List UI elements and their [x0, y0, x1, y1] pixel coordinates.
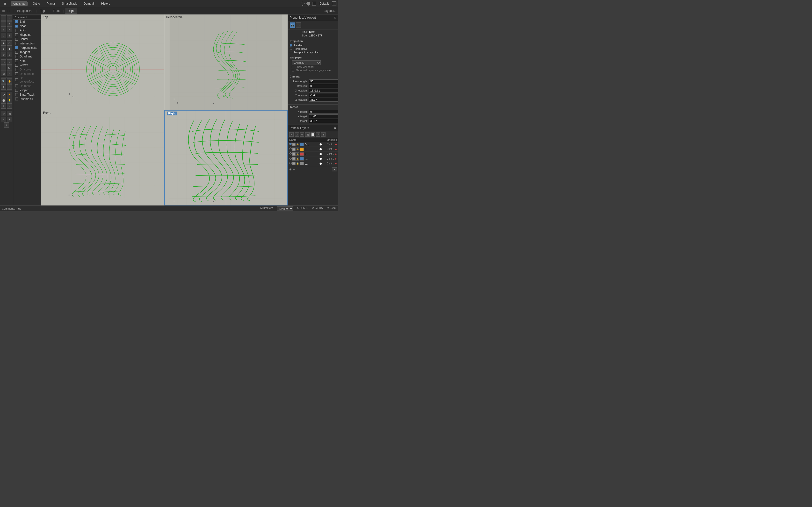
text-tool[interactable]: T: [1, 103, 6, 109]
layer-lock[interactable]: 🔓: [296, 143, 299, 146]
offset-tool[interactable]: ⊘: [7, 52, 12, 57]
snap-item-point[interactable]: Point: [13, 28, 41, 33]
layouts-button[interactable]: Layouts...: [324, 9, 337, 12]
remove-layer-button[interactable]: −: [292, 168, 295, 171]
trim-tool[interactable]: ✂: [1, 59, 6, 65]
window-icon[interactable]: [332, 1, 337, 6]
solid-tool[interactable]: ■: [1, 46, 6, 51]
layer-lock[interactable]: 🔓: [296, 162, 299, 165]
show-wallpaper-item[interactable]: Show wallpaper: [290, 65, 337, 68]
layer-visibility[interactable]: ◉: [292, 143, 296, 146]
mirror-tool[interactable]: ⇔: [7, 71, 12, 76]
snap-item-center[interactable]: Center: [13, 37, 41, 41]
layers-gear-icon[interactable]: ⚙: [334, 126, 337, 130]
yloc-input[interactable]: [309, 93, 338, 97]
light-tool[interactable]: 💡: [7, 98, 12, 103]
fillet-tool[interactable]: ⌒: [1, 65, 6, 70]
viewport-right[interactable]: Right: [164, 110, 288, 206]
radio-parallel[interactable]: Parallel: [290, 44, 337, 47]
rotate-tool[interactable]: ↻: [1, 84, 6, 90]
app-icon[interactable]: ⊞: [2, 1, 7, 6]
layer-visibility[interactable]: ◉: [292, 157, 296, 161]
radio-perspective[interactable]: Perspective: [290, 47, 337, 50]
zloc-input[interactable]: [309, 98, 338, 102]
add-layer-button[interactable]: +: [289, 168, 292, 171]
scale-tool[interactable]: ⤡: [7, 84, 12, 90]
cplane-tool[interactable]: ⊿: [1, 117, 6, 122]
layer-row[interactable]: ◉ 🔓 L... Conti... ◆: [288, 147, 338, 152]
camera-icon[interactable]: 📷: [290, 22, 295, 28]
viewport-grid-icon[interactable]: ⊞: [2, 9, 5, 13]
ytarget-input[interactable]: [309, 114, 338, 118]
array-tool[interactable]: ⊞: [1, 71, 6, 76]
layers-snap-icon[interactable]: ⊕: [321, 132, 325, 137]
surface-tool[interactable]: ◈: [1, 40, 6, 46]
arc-tool[interactable]: ◔: [7, 27, 12, 32]
cursor-mode-tool[interactable]: +: [4, 122, 9, 128]
rotation-input[interactable]: [309, 84, 338, 88]
history-menu[interactable]: History: [100, 1, 111, 6]
snap-item-project[interactable]: Project: [13, 88, 41, 93]
viewport-box-icon[interactable]: □: [8, 9, 10, 13]
snap-item-perpendicular[interactable]: Perpendicular: [13, 46, 41, 50]
record-btn[interactable]: [301, 2, 305, 6]
material-tool[interactable]: ⬤: [1, 98, 6, 103]
ztarget-input[interactable]: [309, 119, 338, 123]
extrude-tool[interactable]: ⬆: [7, 46, 12, 51]
snap-item-vertex[interactable]: Vertex: [13, 63, 41, 67]
point-tool[interactable]: ·: [7, 15, 12, 21]
layers-monitor-icon[interactable]: ⬜: [311, 132, 315, 137]
lens-input[interactable]: [309, 79, 338, 83]
layer-row[interactable]: ◉ 🔓 D... Conti... ◆: [288, 142, 338, 147]
grid-snap-button[interactable]: Grid Snap: [11, 1, 28, 6]
layer-row[interactable]: ◉ 🔓 L... Conti... ◆: [288, 161, 338, 166]
curve-tool[interactable]: ⌒: [1, 21, 6, 26]
smarttrack-menu[interactable]: SmartTrack: [60, 1, 78, 6]
snap-item-intersection[interactable]: Intersection: [13, 41, 41, 46]
circle-tool[interactable]: ○: [1, 27, 6, 32]
snap-item-end[interactable]: End: [13, 19, 41, 24]
layer-row[interactable]: ◉ 🔓 L... Conti... ◆: [288, 157, 338, 161]
layers-display-btn[interactable]: ▾: [332, 167, 337, 171]
layer-lock[interactable]: 🔓: [296, 148, 299, 151]
layer-color-swatch[interactable]: [300, 157, 304, 161]
planar-menu[interactable]: Planar: [45, 1, 57, 6]
layers-doc-icon[interactable]: □: [295, 132, 299, 137]
properties-gear-icon[interactable]: ⚙: [334, 16, 337, 19]
freeform-tool[interactable]: ⌇: [7, 33, 12, 38]
chamfer-tool[interactable]: ◺: [7, 65, 12, 70]
layer-lock[interactable]: 🔓: [296, 157, 299, 161]
layer-color-swatch[interactable]: [300, 143, 304, 146]
snap-item-near[interactable]: Near: [13, 24, 41, 28]
square-btn[interactable]: [312, 2, 316, 6]
snap-item-smarttrack[interactable]: SmartTrack: [13, 93, 41, 97]
layers-new-icon[interactable]: ≡: [289, 132, 294, 137]
snap-item-knot[interactable]: Knot: [13, 59, 41, 63]
gumball-menu[interactable]: Gumball: [82, 1, 96, 6]
snap-item-on-surface[interactable]: On surface: [13, 72, 41, 76]
layer-tool[interactable]: ▤: [7, 111, 12, 116]
snap-toggle-tool[interactable]: ⊙: [1, 111, 6, 116]
grid-tool[interactable]: ⊞: [7, 117, 12, 122]
render-tool[interactable]: ◑: [1, 92, 6, 97]
tab-right[interactable]: Right: [65, 8, 77, 14]
zoom-tool[interactable]: 🔍: [1, 78, 6, 84]
snap-item-on-polysurface[interactable]: On polysurface: [13, 76, 41, 84]
wallpaper-select[interactable]: Choose...: [292, 60, 321, 65]
layer-color-swatch[interactable]: [300, 152, 304, 156]
layer-color-swatch[interactable]: [300, 162, 304, 165]
tab-front[interactable]: Front: [50, 8, 62, 14]
layer-visibility[interactable]: ◉: [292, 152, 296, 156]
snap-item-on-mesh[interactable]: On mesh: [13, 84, 41, 88]
rect-tool[interactable]: □: [1, 33, 6, 38]
boolean-tool[interactable]: ⊕: [1, 52, 6, 57]
layers-3d-icon[interactable]: ◈: [300, 132, 304, 137]
radio-two-point[interactable]: Two point perspective: [290, 51, 337, 54]
snap-item-midpoint[interactable]: Midpoint: [13, 33, 41, 37]
pan-tool[interactable]: ✋: [7, 78, 12, 84]
layers-help-icon[interactable]: ?: [316, 132, 320, 137]
ortho-menu[interactable]: Ortho: [32, 1, 42, 6]
show-gray-item[interactable]: Show wallpaper as gray scale: [290, 68, 337, 72]
stop-btn[interactable]: [306, 2, 310, 6]
layer-row[interactable]: ◉ 🔓 L... Conti... ◆: [288, 152, 338, 157]
